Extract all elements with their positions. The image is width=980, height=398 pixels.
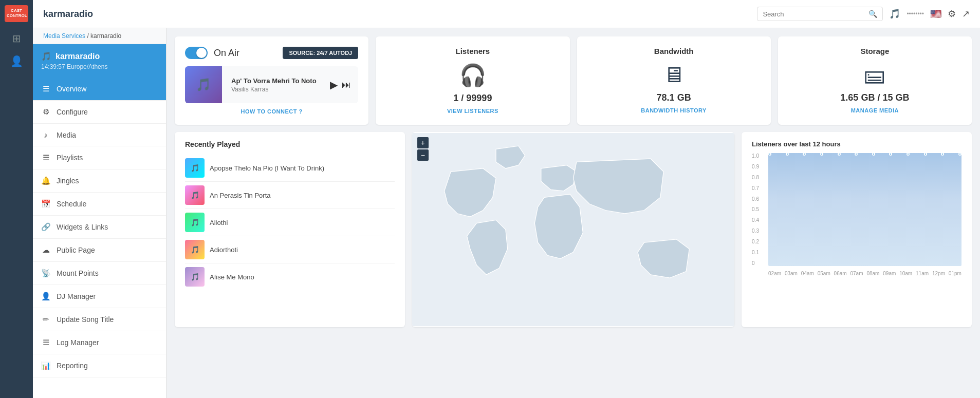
skip-button[interactable]: ⏭	[342, 80, 351, 90]
y-label-02: 0.2	[752, 239, 766, 244]
storage-value: 1.65 GB / 15 GB	[788, 92, 961, 103]
stats-row: On Air SOURCE: 24/7 AUTODJ 🎵 Ap' To Vorr…	[175, 36, 972, 125]
listeners-title: Listeners	[386, 47, 559, 55]
station-icon: 🎵	[41, 51, 51, 61]
sidebar-item-dj-manager[interactable]: 👤 DJ Manager	[33, 285, 166, 308]
breadcrumb: Media Services / karmaradio	[33, 28, 166, 44]
connect-link[interactable]: HOW TO CONNECT ?	[185, 108, 358, 115]
y-label-03: 0.3	[752, 228, 766, 234]
overview-icon: ☰	[41, 84, 50, 93]
storage-title: Storage	[788, 47, 961, 55]
listeners-card: Listeners 🎧 1 / 99999 VIEW LISTENERS	[376, 36, 569, 125]
recently-played-title: Recently Played	[185, 140, 395, 148]
x-label-01pm: 01pm	[949, 271, 961, 276]
settings-icon[interactable]: ⚙	[948, 8, 956, 20]
reporting-icon: 📊	[41, 361, 50, 370]
bandwidth-title: Bandwidth	[587, 47, 761, 55]
world-map	[412, 132, 734, 327]
chart-area: 1.0 0.9 0.8 0.7 0.6 0.5 0.4 0.3 0.2 0.1 …	[752, 153, 961, 276]
y-label-01: 0.1	[752, 250, 766, 255]
search-box: 🔍	[757, 7, 883, 21]
play-button[interactable]: ▶	[330, 79, 338, 91]
station-time: 14:39:57 Europe/Athens	[41, 63, 158, 70]
track-name-5: Afise Me Mono	[210, 273, 254, 281]
y-label-09: 0.9	[752, 164, 766, 169]
search-icon: 🔍	[868, 10, 877, 18]
y-label-07: 0.7	[752, 185, 766, 191]
on-air-toggle[interactable]	[185, 47, 208, 59]
sidebar-item-schedule[interactable]: 📅 Schedule	[33, 193, 166, 216]
track-item-2: 🎵 An Perasis Tin Porta	[185, 182, 395, 209]
chart-body	[768, 153, 961, 266]
station-name: 🎵 karmaradio	[41, 51, 158, 61]
header-right: 🔍 🎵 •••••••• 🇺🇸 ⚙ ↗	[757, 7, 970, 21]
track-item-3: 🎵 Allothi	[185, 209, 395, 236]
track-thumb-1: 🎵	[185, 158, 205, 178]
public-page-icon: ☁	[41, 245, 50, 255]
track-thumb-2: 🎵	[185, 185, 205, 205]
x-axis-labels: 02am 03am 04am 05am 06am 07am 08am 09am …	[768, 271, 961, 276]
on-air-card: On Air SOURCE: 24/7 AUTODJ 🎵 Ap' To Vorr…	[175, 36, 368, 125]
bandwidth-card: Bandwidth 🖥 78.1 GB BANDWIDTH HISTORY	[577, 36, 771, 125]
media-icon: ♪	[41, 130, 50, 139]
chart-card: Listeners over last 12 hours 1.0 0.9 0.8…	[742, 132, 972, 327]
sidebar-item-log-manager[interactable]: ☰ Log Manager	[33, 331, 166, 354]
now-playing-box: 🎵 Ap' To Vorra Mehri To Noto Vasilis Kar…	[185, 66, 358, 103]
sidebar-item-update-song[interactable]: ✏ Update Song Title	[33, 308, 166, 331]
y-axis-labels: 1.0 0.9 0.8 0.7 0.6 0.5 0.4 0.3 0.2 0.1 …	[752, 153, 766, 266]
top-header: karmaradio 🔍 🎵 •••••••• 🇺🇸 ⚙ ↗	[33, 0, 980, 28]
x-label-12pm: 12pm	[932, 271, 945, 276]
y-label-04: 0.4	[752, 217, 766, 223]
chart-title: Listeners over last 12 hours	[752, 140, 961, 148]
logout-icon[interactable]: ↗	[962, 8, 970, 20]
dot-1	[768, 153, 771, 156]
album-art: 🎵	[185, 66, 222, 103]
x-label-08am: 08am	[866, 271, 879, 276]
sidebar-item-jingles[interactable]: 🔔 Jingles	[33, 169, 166, 193]
sidebar-item-overview[interactable]: ☰ Overview	[33, 78, 166, 101]
sidebar-item-media[interactable]: ♪ Media	[33, 124, 166, 146]
bandwidth-value: 78.1 GB	[587, 92, 761, 103]
sidebar-item-reporting[interactable]: 📊 Reporting	[33, 354, 166, 377]
sidebar-item-configure[interactable]: ⚙ Configure	[33, 101, 166, 124]
on-air-label: On Air	[214, 48, 239, 59]
recently-played-card: Recently Played 🎵 Apopse Thelo Na Pio (I…	[175, 132, 405, 327]
mount-points-icon: 📡	[41, 269, 50, 278]
dot-9	[907, 153, 910, 156]
sidebar-item-widgets[interactable]: 🔗 Widgets & Links	[33, 216, 166, 239]
source-badge: SOURCE: 24/7 AUTODJ	[283, 47, 358, 59]
jingles-icon: 🔔	[41, 176, 50, 185]
music-icon[interactable]: 🎵	[889, 8, 900, 20]
track-item-4: 🎵 Adiorthoti	[185, 236, 395, 263]
track-name-3: Allothi	[210, 219, 228, 226]
sidebar-item-mount-points[interactable]: 📡 Mount Points	[33, 262, 166, 285]
x-label-04am: 04am	[801, 271, 814, 276]
dashboard-icon[interactable]: ⊞	[12, 32, 21, 45]
x-label-03am: 03am	[785, 271, 798, 276]
user-icon[interactable]: 👤	[10, 55, 23, 67]
dot-4	[820, 153, 823, 156]
dot-7	[872, 153, 875, 156]
song-info: Ap' To Vorra Mehri To Noto Vasilis Karra…	[227, 73, 325, 97]
bandwidth-history-link[interactable]: BANDWIDTH HISTORY	[587, 107, 761, 113]
sidebar-item-playlists[interactable]: ☰ Playlists	[33, 146, 166, 169]
track-name-1: Apopse Thelo Na Pio (I Want To Drink)	[210, 164, 324, 172]
track-thumb-3: 🎵	[185, 213, 205, 232]
map-card: + −	[412, 132, 734, 327]
brand-sidebar: CASTCONTROL ⊞ 👤	[0, 0, 33, 398]
search-input[interactable]	[763, 10, 865, 18]
x-label-11am: 11am	[916, 271, 929, 276]
map-zoom-out-button[interactable]: −	[417, 149, 429, 161]
configure-icon: ⚙	[41, 107, 50, 117]
sidebar-item-public-page[interactable]: ☁ Public Page	[33, 239, 166, 262]
breadcrumb-parent[interactable]: Media Services	[43, 32, 85, 40]
view-listeners-link[interactable]: VIEW LISTENERS	[386, 108, 559, 114]
map-zoom-in-button[interactable]: +	[417, 137, 429, 148]
update-song-icon: ✏	[41, 315, 50, 324]
x-label-09am: 09am	[883, 271, 896, 276]
dot-5	[838, 153, 841, 156]
language-flag[interactable]: 🇺🇸	[930, 8, 941, 20]
manage-media-link[interactable]: MANAGE MEDIA	[788, 107, 961, 113]
track-item-1: 🎵 Apopse Thelo Na Pio (I Want To Drink)	[185, 155, 395, 182]
y-label-10: 1.0	[752, 153, 766, 159]
